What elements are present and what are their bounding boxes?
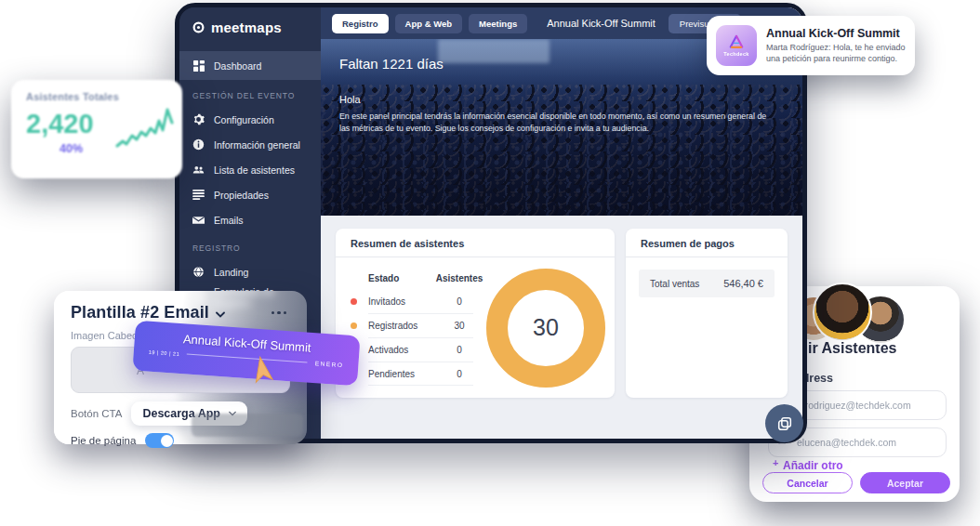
event-title: Annual Kick-Off Summit	[547, 18, 656, 29]
footer-toggle[interactable]	[145, 433, 174, 448]
sidebar-item-lista-de-asistentes[interactable]: Lista de asistentes	[179, 157, 321, 182]
total-sales-value: 546,40 €	[723, 278, 763, 289]
footer-toggle-label: Pie de página	[71, 435, 136, 446]
logo: meetmaps	[179, 7, 321, 46]
table-row: Pendientes 0	[351, 362, 477, 386]
cursor-pointer-icon	[251, 356, 273, 386]
sidebar-item-emails[interactable]: Emails	[179, 207, 321, 232]
ticket-dates: 19 | 20 | 21	[149, 348, 180, 356]
hero-greeting: Hola	[339, 94, 784, 105]
accept-button[interactable]: Aceptar	[860, 472, 950, 493]
info-icon	[192, 138, 205, 151]
copy-icon	[776, 415, 793, 432]
add-another-link[interactable]: Añadir otro	[783, 459, 843, 472]
sidebar-item-configuracion[interactable]: Configuración	[179, 107, 321, 132]
sidebar-item-landing[interactable]: Landing	[179, 259, 321, 284]
row-value: 0	[435, 369, 483, 379]
ticket-divider	[187, 354, 308, 363]
logo-text: meetmaps	[211, 20, 282, 35]
dashboard-icon	[192, 59, 205, 72]
chat-fab-button[interactable]	[765, 404, 803, 442]
payments-summary-panel: Resumen de pagos Total ventas 546,40 €	[626, 229, 788, 398]
more-options-icon[interactable]	[268, 308, 291, 319]
frosted-background-button	[192, 414, 303, 437]
hero-description: En este panel principal tendrás la infor…	[339, 111, 776, 135]
sidebar-item-informacion-general[interactable]: Información general	[179, 132, 321, 157]
attendees-summary-panel: Resumen de asistentes Estado Asistentes …	[336, 229, 615, 398]
dashboard-content: Resumen de asistentes Estado Asistentes …	[321, 216, 802, 439]
sidebar-item-label: Dashboard	[214, 60, 261, 72]
column-header-estado: Estado	[368, 273, 435, 283]
sidebar-item-propiedades[interactable]: Propiedades	[179, 182, 321, 207]
stat-title: Asistentes Totales	[26, 91, 167, 102]
row-value: 0	[435, 345, 483, 355]
table-row: Registrados 30	[351, 313, 477, 337]
sidebar-item-label: Información general	[214, 139, 300, 151]
screenshot-canvas: Añadir Asistentes Address ✉ ✉ + Añadir o…	[0, 0, 980, 526]
sparkline-chart	[115, 104, 175, 154]
total-sales-label: Total ventas	[650, 279, 699, 289]
tab-app-web[interactable]: App & Web	[395, 14, 463, 33]
total-attendees-stat-card: Asistentes Totales 2,420 40%	[11, 80, 182, 178]
template-title: Plantilla #2 Email	[71, 303, 209, 322]
table-row: Activados 0	[351, 337, 477, 362]
avatar	[813, 283, 872, 342]
sidebar-section-title: GESTIÓN DEL EVENTO	[192, 91, 308, 100]
people-icon	[192, 164, 205, 176]
chevron-down-icon[interactable]	[216, 311, 225, 318]
table-row: Invitados 0	[351, 289, 477, 313]
row-value: 30	[435, 321, 483, 331]
sidebar-item-label: Emails	[214, 215, 244, 226]
notification-body: Marta Rodríguez: Hola, te he enviado una…	[766, 42, 906, 64]
donut-total: 30	[533, 314, 559, 341]
row-label: Activados	[368, 345, 435, 355]
meetmaps-logo-icon	[192, 21, 205, 33]
gear-icon	[192, 113, 205, 125]
sidebar-item-label: Configuración	[214, 114, 274, 125]
ticket-month: ENERO	[315, 360, 344, 368]
row-label: Pendientes	[368, 369, 435, 379]
email-template-card: Plantilla #2 Email Imagen Cabecera ⇄ A A…	[54, 291, 307, 444]
row-label: Invitados	[368, 296, 435, 307]
meeting-notification[interactable]: Techdeck Annual Kick-Off Summit Marta Ro…	[707, 16, 915, 75]
sidebar-section-title: REGISTRO	[192, 243, 308, 253]
plus-icon: +	[773, 457, 778, 468]
techdeck-app-icon: Techdeck	[716, 25, 757, 66]
panel-title: Resumen de pagos	[626, 229, 788, 257]
sidebar-item-label: Landing	[214, 267, 248, 278]
row-label: Registrados	[368, 321, 435, 331]
sidebar-item-label: Propiedades	[214, 190, 269, 201]
tab-registro[interactable]: Registro	[332, 14, 389, 33]
donut-chart: 30	[486, 269, 605, 388]
techdeck-logo-icon	[727, 34, 746, 50]
cta-button-label: Botón CTA	[71, 408, 122, 419]
tab-meetings[interactable]: Meetings	[469, 14, 527, 33]
notification-title: Annual Kick-Off Summit	[766, 27, 906, 40]
sidebar-item-label: Lista de asistentes	[214, 164, 295, 176]
mail-icon	[192, 214, 205, 226]
total-sales-row: Total ventas 546,40 €	[639, 270, 775, 297]
list-icon	[192, 189, 205, 201]
row-value: 0	[435, 296, 483, 307]
cancel-button[interactable]: Cancelar	[762, 472, 853, 493]
status-dot-0	[351, 298, 357, 305]
app-name: Techdeck	[723, 51, 748, 57]
panel-title: Resumen de asistentes	[336, 229, 615, 257]
globe-icon	[192, 266, 205, 278]
sidebar-item-dashboard[interactable]: Dashboard	[179, 51, 321, 80]
status-dot-1	[351, 322, 357, 329]
